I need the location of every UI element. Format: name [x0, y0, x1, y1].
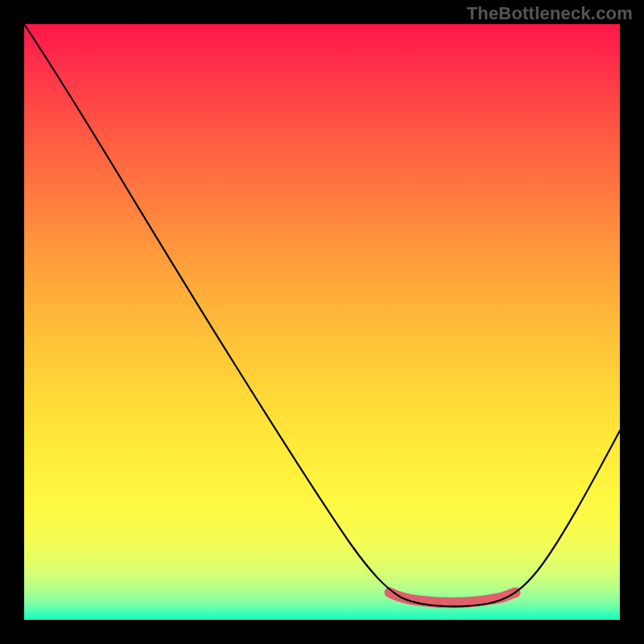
- plot-area: [24, 24, 620, 620]
- chart-frame: TheBottleneck.com: [0, 0, 644, 644]
- watermark-text: TheBottleneck.com: [467, 3, 633, 24]
- curve-svg: [24, 24, 620, 620]
- bottleneck-curve-line: [24, 24, 620, 606]
